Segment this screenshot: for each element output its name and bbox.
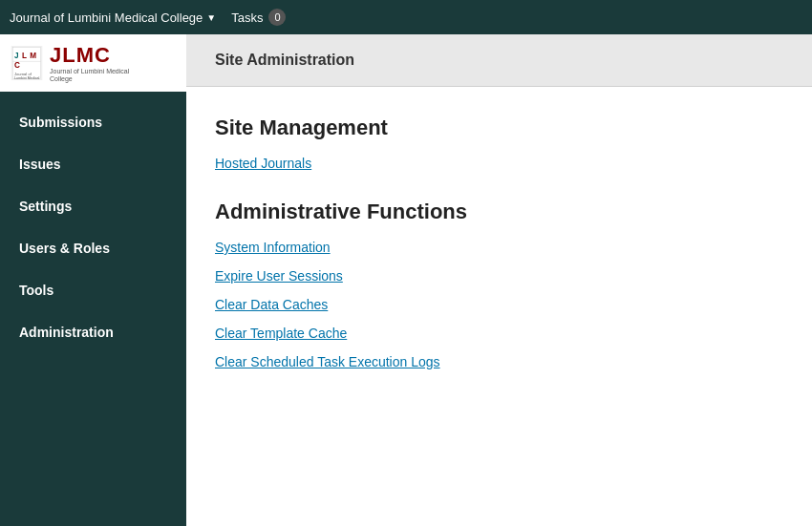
- sidebar-item-users-roles[interactable]: Users & Roles: [0, 227, 186, 269]
- content-body: Site Management Hosted Journals Administ…: [186, 87, 812, 526]
- sidebar-item-tools[interactable]: Tools: [0, 269, 186, 311]
- sidebar-item-administration[interactable]: Administration: [0, 311, 186, 353]
- sidebar-nav: Submissions Issues Settings Users & Role…: [0, 92, 186, 353]
- hosted-journals-link[interactable]: Hosted Journals: [215, 156, 783, 171]
- logo-letters: JLMC: [50, 43, 145, 68]
- system-information-link[interactable]: System Information: [215, 240, 783, 255]
- sidebar-item-submissions[interactable]: Submissions: [0, 101, 186, 143]
- tasks-badge: 0: [268, 9, 286, 26]
- tasks-button[interactable]: Tasks 0: [231, 9, 286, 26]
- site-management-heading: Site Management: [215, 116, 783, 140]
- sidebar-item-settings[interactable]: Settings: [0, 185, 186, 227]
- svg-text:M: M: [30, 52, 36, 60]
- logo-subtitle: Journal of Lumbini Medical College: [50, 68, 145, 84]
- logo-text-group: JLMC Journal of Lumbini Medical College: [50, 43, 145, 84]
- svg-text:Journal of: Journal of: [14, 72, 32, 76]
- top-nav: Journal of Lumbini Medical College ▼ Tas…: [0, 0, 812, 34]
- logo-icon: J L M C Journal of Lumbini Medical: [8, 42, 46, 84]
- main-container: J L M C Journal of Lumbini Medical JLMC …: [0, 34, 812, 526]
- clear-data-caches-link[interactable]: Clear Data Caches: [215, 297, 783, 312]
- sidebar-logo: J L M C Journal of Lumbini Medical JLMC …: [0, 34, 186, 92]
- content-header: Site Administration: [186, 34, 812, 87]
- svg-text:C: C: [14, 61, 20, 70]
- expire-user-sessions-link[interactable]: Expire User Sessions: [215, 268, 783, 284]
- journal-chevron-icon: ▼: [206, 12, 216, 23]
- journal-name: Journal of Lumbini Medical College: [10, 11, 203, 25]
- svg-text:L: L: [22, 52, 27, 60]
- clear-scheduled-task-logs-link[interactable]: Clear Scheduled Task Execution Logs: [215, 354, 783, 369]
- tasks-label: Tasks: [231, 11, 263, 25]
- content-area: Site Administration Site Management Host…: [186, 34, 812, 526]
- sidebar-item-issues[interactable]: Issues: [0, 143, 186, 185]
- journal-selector[interactable]: Journal of Lumbini Medical College ▼: [10, 11, 216, 25]
- page-title: Site Administration: [215, 52, 783, 69]
- sidebar: J L M C Journal of Lumbini Medical JLMC …: [0, 34, 186, 526]
- svg-text:J: J: [14, 52, 19, 60]
- site-management-section: Site Management Hosted Journals: [215, 116, 783, 171]
- admin-functions-section: Administrative Functions System Informat…: [215, 200, 783, 369]
- admin-functions-heading: Administrative Functions: [215, 200, 783, 224]
- svg-text:Lumbini Medical: Lumbini Medical: [14, 76, 40, 80]
- clear-template-cache-link[interactable]: Clear Template Cache: [215, 326, 783, 341]
